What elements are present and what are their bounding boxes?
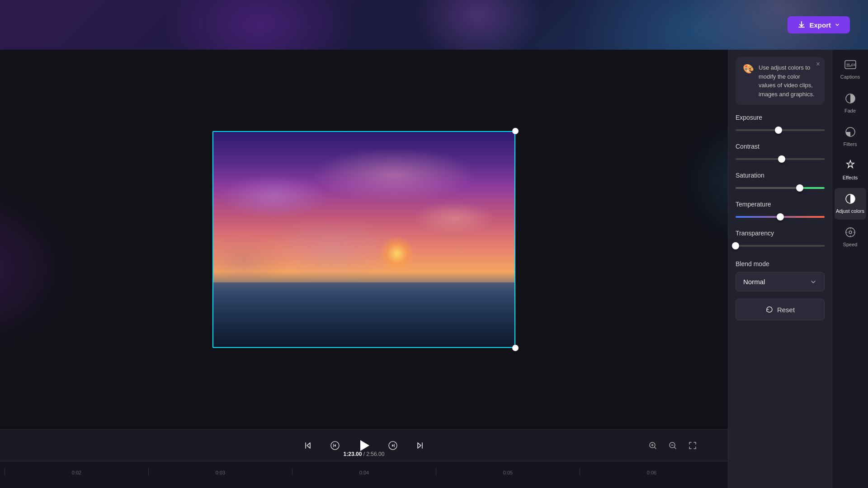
adjust-colors-panel: 🎨 Use adjust colors to modify the color … bbox=[728, 50, 832, 488]
zoom-in-icon bbox=[649, 441, 657, 450]
tool-speed[interactable]: Speed bbox=[835, 221, 866, 253]
rewind-button[interactable] bbox=[327, 437, 343, 454]
timeline-ruler: 0:02 0:03 0:04 0:05 0:06 bbox=[5, 468, 723, 482]
timeline-mark-2: 0:04 bbox=[292, 468, 436, 475]
fit-screen-button[interactable] bbox=[684, 437, 701, 454]
svg-point-10 bbox=[849, 231, 852, 234]
tooltip-text: Use adjust colors to modify the color va… bbox=[759, 63, 817, 99]
tool-effects[interactable]: Effects bbox=[835, 155, 866, 186]
blend-mode-label: Blend mode bbox=[736, 260, 825, 267]
rewind-icon bbox=[330, 441, 340, 450]
adjust-colors-icon bbox=[844, 193, 856, 206]
resize-handle-top-right[interactable] bbox=[512, 128, 519, 134]
right-panel: 🎨 Use adjust colors to modify the color … bbox=[728, 50, 868, 488]
captions-label: Captions bbox=[840, 74, 860, 80]
fit-screen-icon bbox=[689, 441, 697, 450]
tooltip-close-button[interactable]: × bbox=[816, 61, 820, 68]
filters-label: Filters bbox=[844, 141, 857, 147]
contrast-section: Contrast bbox=[736, 143, 825, 164]
saturation-label: Saturation bbox=[736, 172, 825, 179]
video-preview bbox=[0, 50, 728, 429]
transparency-slider-container[interactable] bbox=[736, 241, 825, 250]
editor-area: 1:23.00 / 2:56.00 bbox=[0, 50, 728, 488]
tool-sidebar: CC Captions Fade bbox=[832, 50, 868, 488]
temperature-section: Temperature bbox=[736, 201, 825, 221]
tool-captions[interactable]: CC Captions bbox=[835, 54, 866, 86]
temperature-slider-container[interactable] bbox=[736, 212, 825, 221]
timeline-mark-4: 0:06 bbox=[580, 468, 723, 475]
effects-icon bbox=[844, 160, 856, 173]
saturation-slider-container[interactable] bbox=[736, 183, 825, 192]
transparency-section: Transparency bbox=[736, 230, 825, 250]
water-reflection bbox=[213, 282, 514, 347]
blend-mode-section: Blend mode Normal bbox=[736, 260, 825, 291]
time-display: 1:23.00 / 2:56.00 bbox=[344, 451, 385, 457]
filters-icon bbox=[844, 126, 856, 140]
forward-icon bbox=[388, 441, 398, 450]
tooltip-emoji: 🎨 bbox=[743, 63, 754, 99]
skip-start-icon bbox=[303, 441, 312, 450]
zoom-controls bbox=[645, 437, 701, 454]
effects-label: Effects bbox=[843, 175, 858, 181]
speed-icon bbox=[844, 226, 856, 240]
blend-mode-dropdown[interactable]: Normal bbox=[736, 272, 825, 291]
tool-adjust-colors[interactable]: Adjust colors bbox=[835, 188, 866, 220]
transparency-label: Transparency bbox=[736, 230, 825, 237]
exposure-section: Exposure bbox=[736, 114, 825, 135]
play-icon bbox=[360, 440, 369, 451]
skip-to-end-button[interactable] bbox=[412, 437, 428, 454]
reset-label: Reset bbox=[777, 306, 795, 314]
forward-button[interactable] bbox=[385, 437, 401, 454]
speed-label: Speed bbox=[843, 242, 858, 248]
saturation-section: Saturation bbox=[736, 172, 825, 192]
export-button[interactable]: Export bbox=[788, 16, 850, 33]
zoom-out-button[interactable] bbox=[665, 437, 681, 454]
export-icon bbox=[797, 21, 806, 29]
top-bar: Export bbox=[0, 0, 868, 50]
playback-bar: 1:23.00 / 2:56.00 bbox=[0, 429, 728, 461]
top-bar-background bbox=[0, 0, 868, 50]
fade-label: Fade bbox=[844, 108, 856, 114]
main-area: 1:23.00 / 2:56.00 bbox=[0, 50, 868, 488]
fade-icon bbox=[844, 93, 856, 106]
video-container bbox=[212, 131, 515, 348]
export-label: Export bbox=[809, 21, 831, 29]
tool-filters[interactable]: Filters bbox=[835, 121, 866, 153]
timeline-marks: 0:02 0:03 0:04 0:05 0:06 bbox=[5, 468, 723, 475]
timeline-mark-3: 0:05 bbox=[436, 468, 580, 475]
contrast-label: Contrast bbox=[736, 143, 825, 150]
timeline-mark-1: 0:03 bbox=[148, 468, 292, 475]
timeline: 0:02 0:03 0:04 0:05 0:06 bbox=[0, 461, 728, 488]
reset-icon bbox=[765, 305, 774, 314]
time-current: 1:23.00 bbox=[344, 451, 362, 457]
zoom-out-icon bbox=[669, 441, 677, 450]
blend-mode-value: Normal bbox=[743, 278, 765, 286]
timeline-mark-0: 0:02 bbox=[5, 468, 148, 475]
time-total: 2:56.00 bbox=[366, 451, 384, 457]
export-chevron-icon bbox=[835, 22, 840, 28]
temperature-label: Temperature bbox=[736, 201, 825, 208]
tool-fade[interactable]: Fade bbox=[835, 88, 866, 119]
zoom-in-button[interactable] bbox=[645, 437, 661, 454]
reset-button[interactable]: Reset bbox=[736, 299, 825, 320]
skip-end-icon bbox=[415, 441, 425, 450]
exposure-slider-container[interactable] bbox=[736, 126, 825, 135]
video-content bbox=[213, 132, 514, 347]
contrast-slider-container[interactable] bbox=[736, 155, 825, 164]
skip-to-start-button[interactable] bbox=[300, 437, 316, 454]
svg-text:CC: CC bbox=[851, 63, 857, 67]
exposure-label: Exposure bbox=[736, 114, 825, 121]
adjust-colors-label: Adjust colors bbox=[836, 208, 864, 214]
resize-handle-bottom-right[interactable] bbox=[512, 345, 519, 351]
video-frame bbox=[212, 131, 515, 348]
time-separator: / bbox=[363, 451, 367, 457]
captions-icon: CC bbox=[844, 60, 857, 72]
blend-mode-chevron-icon bbox=[810, 278, 817, 286]
tooltip-box: 🎨 Use adjust colors to modify the color … bbox=[736, 57, 825, 105]
